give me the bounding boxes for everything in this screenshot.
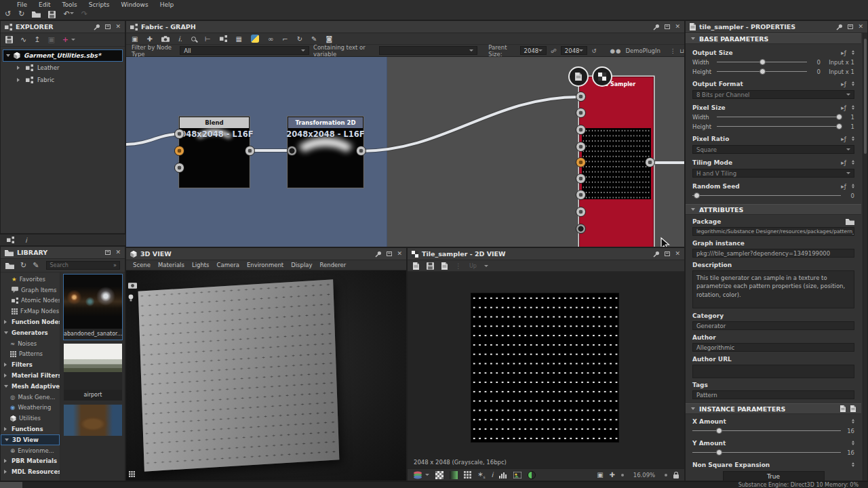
transform-icon[interactable]: ∗s [477,470,486,479]
redo-icon[interactable]: ↷ [81,9,87,19]
height-slider[interactable] [717,123,841,130]
panorama-icon[interactable] [128,283,137,289]
size-link-icon[interactable]: ☍ [551,47,557,54]
open-icon[interactable] [32,11,41,18]
menu-environment[interactable]: Environment [247,262,283,268]
menu-scene[interactable]: Scene [133,262,151,268]
input-port[interactable] [576,92,586,102]
pin-icon[interactable] [653,24,660,30]
expand-arrow-icon[interactable] [4,470,9,474]
properties-scrollbar[interactable] [863,33,867,481]
undo-icon[interactable]: ↶ [63,9,73,19]
info-icon[interactable]: i. [178,35,182,43]
expand-arrow-icon[interactable] [17,66,22,70]
output-port[interactable] [645,157,655,167]
stepper-icon[interactable] [852,49,854,56]
expand-arrow-icon[interactable] [4,373,9,378]
expand-arrow-icon[interactable] [17,78,22,82]
menu-materials[interactable]: Materials [158,262,184,268]
collapse-arrow-icon[interactable] [4,331,8,336]
node-type-dropdown[interactable]: All [180,46,309,55]
tags-field[interactable]: Pattern [692,390,854,399]
add-caret-icon[interactable] [71,39,75,43]
explorer-root-item[interactable]: Garment_Utilities.sbs* [3,49,123,62]
stepper-icon[interactable] [852,182,854,190]
zoom-in-icon[interactable] [665,474,667,476]
expand-arrow-icon[interactable] [4,427,9,431]
move-icon[interactable]: ✚ [146,35,152,43]
tree-item-filters[interactable]: Filters [1,359,60,370]
zoom-out-icon[interactable] [621,474,624,476]
close-icon[interactable]: ✕ [858,24,863,30]
float-icon[interactable] [105,250,111,255]
fit-frame-icon[interactable]: ▣ [597,471,603,479]
menu-lights[interactable]: Lights [192,262,210,268]
output-port[interactable] [245,146,255,156]
grid-toggle-icon[interactable] [129,471,135,477]
parent-width-dropdown[interactable]: 2048 [520,46,547,55]
reset-size-icon[interactable]: ↺ [591,47,596,54]
collapse-arrow-icon[interactable] [691,407,695,412]
explorer-item-fabric[interactable]: Fabric [1,74,125,86]
link-icon[interactable]: ∿ [20,35,26,44]
screenshot-icon[interactable] [161,36,170,42]
preset-icon[interactable] [840,405,846,412]
badge-document-icon[interactable] [568,66,589,87]
export-image-icon[interactable] [413,262,419,270]
menu-display[interactable]: Display [291,262,312,268]
output-port[interactable] [356,146,366,156]
explorer-tab-icon[interactable] [7,237,14,243]
close-icon[interactable]: ✕ [115,249,121,256]
explorer-item-leather[interactable]: Leather [1,62,125,74]
close-icon[interactable]: ✕ [397,251,402,257]
category-field[interactable]: Generator [692,321,854,330]
section-base-parameters[interactable]: BASE PARAMETERS [686,33,861,44]
stepper-icon[interactable] [852,135,854,142]
tree-item-utilities[interactable]: Utilities [1,413,60,424]
input-port[interactable] [576,174,586,184]
info-icon[interactable]: i [492,471,494,479]
input-port[interactable] [174,129,184,139]
output-format-dropdown[interactable]: 8 Bits per Channel [692,90,854,99]
save-image-icon[interactable] [427,262,434,270]
stepper-icon[interactable] [852,439,854,447]
input-port[interactable] [174,163,184,173]
section-attributes[interactable]: ATTRIBUTES [686,204,861,215]
tiling-grid-icon[interactable] [464,471,471,479]
package-field[interactable]: legorithmic/Substance Designer/resources… [692,227,854,236]
parent-height-dropdown[interactable]: 2048 [561,46,588,55]
gradient-icon[interactable] [450,471,458,479]
close-icon[interactable]: ✕ [675,24,680,30]
width-slider[interactable] [717,113,841,121]
expose-parameter-icon[interactable]: ▸ƒ [841,49,846,56]
search-expand-icon[interactable]: » [113,262,117,268]
pin-icon[interactable] [653,251,660,258]
tree-item-fxmap-nodes[interactable]: FxMap Nodes [1,306,60,317]
close-icon[interactable]: ✕ [675,251,680,257]
tree-item-material-filters[interactable]: Material Filters [1,370,60,381]
menu-camera[interactable]: Camera [217,262,239,268]
channels-icon[interactable] [413,471,422,479]
wrench-icon[interactable]: ✎ [311,35,317,43]
sheet-icon[interactable]: ▦ [236,35,242,43]
tree-item-weathering[interactable]: ◉Weathering [1,403,60,413]
pan-icon[interactable]: ✚ [610,471,615,479]
input-port-orange[interactable] [174,146,184,156]
stepper-icon[interactable] [852,461,854,468]
node-transformation-2d[interactable]: Transformation 2D [288,117,363,188]
levels-icon[interactable]: ⋮ [455,262,462,270]
link-dots-icon[interactable]: ∞ [268,35,273,43]
menu-file[interactable]: File [17,1,27,8]
plugin-menu-icon[interactable]: ⋮ [670,47,676,54]
search-input[interactable] [50,262,97,268]
export-icon[interactable]: ↥ [34,35,40,44]
import-icon[interactable]: ▣ [47,35,54,44]
pin-icon[interactable] [836,24,843,30]
input-port-orange[interactable] [576,157,586,167]
input-port[interactable] [576,207,586,217]
author-field[interactable]: Allegorithmic [692,343,854,352]
menu-windows[interactable]: Windows [121,1,148,8]
thumbnail-abandoned-sanatorium[interactable]: abandoned_sanator... [64,274,122,340]
browse-folder-icon[interactable] [846,218,854,225]
menu-tools[interactable]: Tools [62,1,77,8]
